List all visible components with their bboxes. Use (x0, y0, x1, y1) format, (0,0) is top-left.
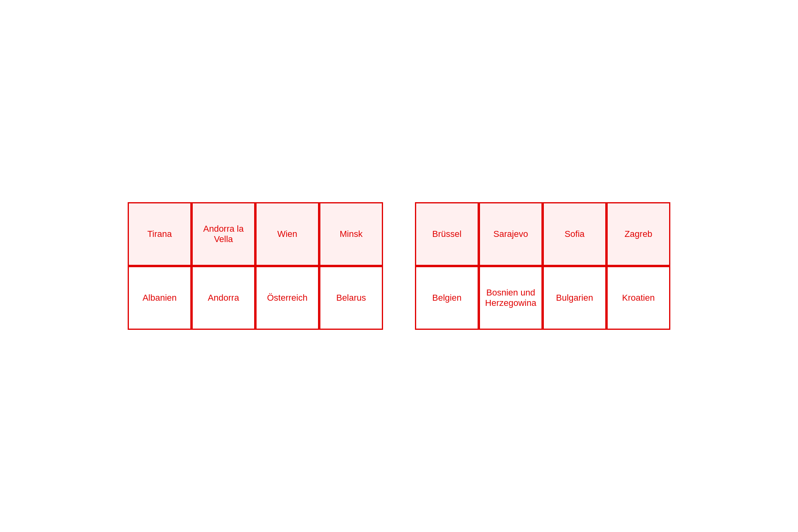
card-andorra[interactable]: Andorra (192, 266, 255, 330)
card-oesterreich[interactable]: Österreich (255, 266, 319, 330)
card-belgien[interactable]: Belgien (415, 266, 479, 330)
card-kroatien-label: Kroatien (622, 293, 655, 303)
card-andorra-label: Andorra (208, 293, 239, 303)
card-sofia-label: Sofia (565, 229, 585, 239)
group-right: Brüssel Sarajevo Sofia Zagreb Belgien Bo… (415, 202, 670, 330)
card-bosnien[interactable]: Bosnien und Herzegowina (479, 266, 543, 330)
card-albanien[interactable]: Albanien (128, 266, 192, 330)
card-tirana[interactable]: Tirana (128, 202, 192, 266)
card-sofia[interactable]: Sofia (543, 202, 606, 266)
card-sarajevo-label: Sarajevo (494, 229, 528, 239)
card-sarajevo[interactable]: Sarajevo (479, 202, 543, 266)
card-belarus-label: Belarus (336, 293, 366, 303)
card-belgien-label: Belgien (432, 293, 461, 303)
card-bulgarien-label: Bulgarien (556, 293, 593, 303)
card-albanien-label: Albanien (142, 293, 177, 303)
card-bruessel-label: Brüssel (432, 229, 461, 239)
card-zagreb[interactable]: Zagreb (606, 202, 670, 266)
card-tirana-label: Tirana (147, 229, 172, 239)
card-zagreb-label: Zagreb (624, 229, 652, 239)
card-kroatien[interactable]: Kroatien (606, 266, 670, 330)
card-belarus[interactable]: Belarus (319, 266, 383, 330)
card-wien[interactable]: Wien (255, 202, 319, 266)
row-right-countries: Belgien Bosnien und Herzegowina Bulgarie… (415, 266, 670, 330)
row-left-capitals: Tirana Andorra la Vella Wien Minsk (128, 202, 383, 266)
main-container: Tirana Andorra la Vella Wien Minsk Alban… (128, 202, 670, 330)
card-minsk-label: Minsk (340, 229, 362, 239)
card-wien-label: Wien (277, 229, 297, 239)
card-bruessel[interactable]: Brüssel (415, 202, 479, 266)
card-andorra-la-vella[interactable]: Andorra la Vella (192, 202, 255, 266)
group-left: Tirana Andorra la Vella Wien Minsk Alban… (128, 202, 383, 330)
card-bosnien-label: Bosnien und Herzegowina (484, 288, 537, 308)
row-right-capitals: Brüssel Sarajevo Sofia Zagreb (415, 202, 670, 266)
card-minsk[interactable]: Minsk (319, 202, 383, 266)
row-left-countries: Albanien Andorra Österreich Belarus (128, 266, 383, 330)
card-andorra-la-vella-label: Andorra la Vella (197, 224, 250, 244)
card-bulgarien[interactable]: Bulgarien (543, 266, 606, 330)
card-oesterreich-label: Österreich (267, 293, 307, 303)
